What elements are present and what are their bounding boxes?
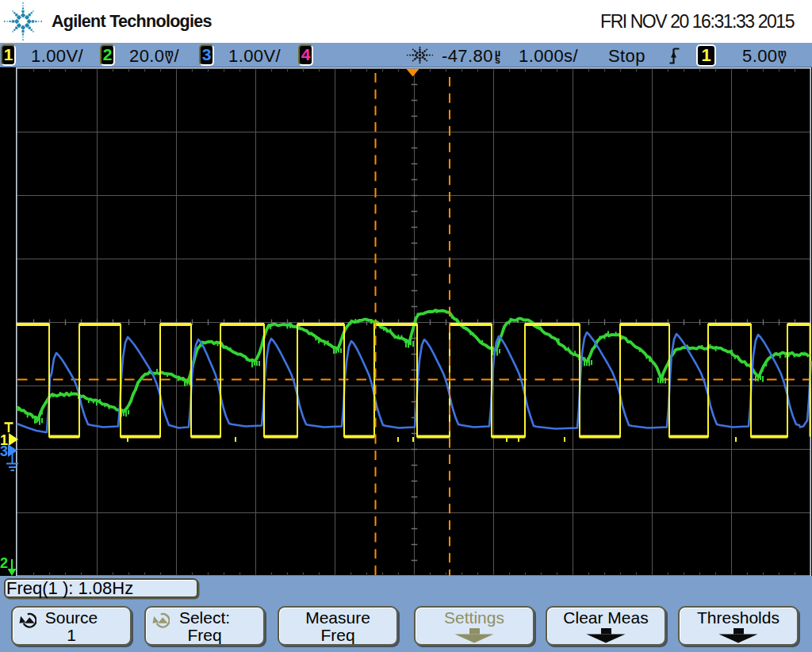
svg-text:3: 3 bbox=[0, 443, 8, 459]
svg-text:2: 2 bbox=[0, 555, 8, 571]
